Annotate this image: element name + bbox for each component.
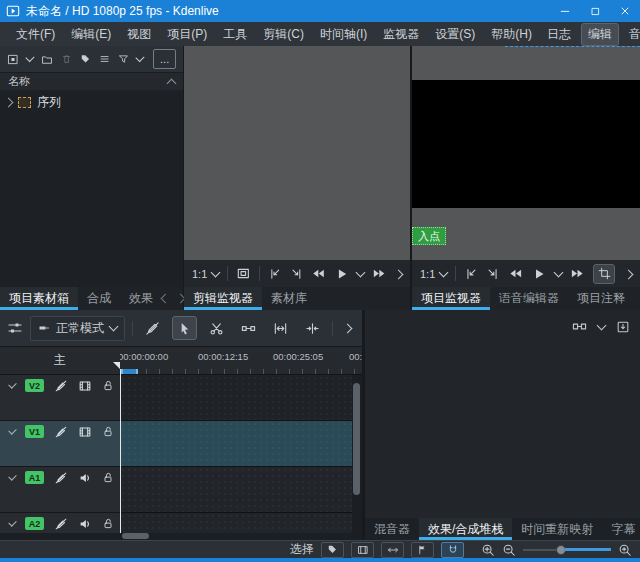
show-tags-button[interactable]: [321, 542, 344, 558]
save-effect-stack-icon[interactable]: [616, 320, 630, 334]
timeline-ruler[interactable]: 00:00:00:00 00:00:12:15 00:00:25:05 00:0: [120, 347, 362, 375]
selection-tool-button[interactable]: [172, 316, 197, 340]
view-list-icon[interactable]: [99, 52, 110, 66]
fit-zoom-button[interactable]: [268, 316, 293, 340]
collapse-track-icon[interactable]: [8, 518, 16, 526]
collapse-tracks-button[interactable]: [300, 316, 325, 340]
minimize-button[interactable]: [550, 0, 580, 22]
menu-file[interactable]: 文件(F): [8, 23, 63, 46]
workspace-tab-editing[interactable]: 编辑: [581, 23, 619, 46]
track-badge[interactable]: V2: [25, 379, 44, 392]
menu-edit[interactable]: 编辑(E): [63, 23, 119, 46]
tab-speech-editor[interactable]: 语音编辑器: [490, 287, 568, 310]
expand-icon[interactable]: [4, 98, 14, 108]
track-effects-icon[interactable]: [54, 517, 68, 531]
maximize-button[interactable]: [580, 0, 610, 22]
track-effects-icon[interactable]: [54, 471, 68, 485]
razor-tool-button[interactable]: [204, 316, 229, 340]
zone-crop-toggle[interactable]: [593, 264, 615, 284]
fast-forward-icon[interactable]: [570, 266, 585, 281]
bin-item-sequence[interactable]: 序列: [0, 90, 183, 115]
workspace-tab-audio[interactable]: 音频: [622, 23, 640, 46]
track-lane-a2[interactable]: [120, 513, 352, 533]
menu-monitor[interactable]: 监视器: [375, 23, 427, 46]
play-icon[interactable]: [531, 266, 547, 282]
rewind-icon[interactable]: [311, 266, 326, 281]
lock-track-icon[interactable]: [102, 425, 114, 438]
play-options-icon[interactable]: [554, 267, 564, 277]
tab-effects[interactable]: 效果: [120, 287, 162, 310]
mix-clips-button[interactable]: [140, 316, 165, 340]
zoom-out-button[interactable]: [502, 543, 516, 557]
timeline-horizontal-scrollbar[interactable]: [122, 533, 149, 539]
set-out-point-icon[interactable]: [486, 267, 500, 281]
track-lane-v2[interactable]: [120, 375, 352, 421]
mute-track-icon[interactable]: [78, 517, 92, 531]
fast-forward-icon[interactable]: [372, 266, 387, 281]
delete-icon[interactable]: [61, 52, 72, 66]
tab-compositions[interactable]: 合成: [78, 287, 120, 310]
lock-track-icon[interactable]: [102, 517, 114, 530]
filter-icon[interactable]: [118, 52, 129, 66]
collapse-track-icon[interactable]: [8, 380, 16, 388]
tab-clip-monitor[interactable]: 剪辑监视器: [184, 287, 262, 310]
tag-icon[interactable]: [80, 52, 91, 66]
edit-mode-select[interactable]: 正常模式: [30, 316, 125, 341]
tab-time-remap[interactable]: 时间重新映射: [512, 518, 602, 540]
menu-settings[interactable]: 设置(S): [427, 23, 483, 46]
mute-track-icon[interactable]: [78, 471, 92, 485]
menu-view[interactable]: 视图: [119, 23, 159, 46]
set-in-point-icon[interactable]: [268, 267, 282, 281]
transport-overflow[interactable]: [625, 267, 632, 281]
zoom-slider[interactable]: [523, 544, 611, 556]
bin-name-header[interactable]: 名称: [0, 73, 183, 91]
playhead-flag[interactable]: [113, 362, 120, 369]
track-header-a1[interactable]: A1: [0, 467, 120, 513]
track-header-v1[interactable]: V1: [0, 421, 120, 467]
play-icon[interactable]: [334, 266, 350, 282]
tab-project-bin[interactable]: 项目素材箱: [0, 287, 78, 310]
tab-project-monitor[interactable]: 项目监视器: [412, 287, 490, 310]
transport-overflow[interactable]: [395, 267, 402, 281]
bin-overflow-button[interactable]: ...: [153, 49, 176, 69]
tab-subtitles[interactable]: 字幕: [602, 518, 640, 540]
timeline-zone-bar[interactable]: [121, 369, 138, 374]
track-header-a2[interactable]: A2: [0, 513, 120, 533]
show-markers-button[interactable]: [411, 542, 434, 558]
track-effects-icon[interactable]: [54, 379, 68, 393]
set-out-point-icon[interactable]: [290, 267, 304, 281]
track-lane-v1[interactable]: [120, 421, 352, 467]
menu-timeline[interactable]: 时间轴(I): [312, 23, 375, 46]
snap-toggle-button[interactable]: [441, 542, 464, 558]
track-badge[interactable]: A2: [25, 517, 44, 530]
menu-help[interactable]: 帮助(H): [483, 23, 540, 46]
menu-clip[interactable]: 剪辑(C): [255, 23, 312, 46]
collapse-track-icon[interactable]: [8, 426, 16, 434]
fit-zoom-button[interactable]: [381, 542, 404, 558]
filter-dropdown-icon[interactable]: [136, 53, 145, 62]
track-badge[interactable]: V1: [25, 425, 44, 438]
rewind-icon[interactable]: [508, 266, 523, 281]
workspace-tab-logging[interactable]: 日志: [540, 23, 578, 46]
add-clip-dropdown-icon[interactable]: [25, 53, 34, 62]
sort-ascending-icon[interactable]: [167, 78, 177, 88]
tab-library[interactable]: 素材库: [262, 287, 316, 310]
track-lane-a1[interactable]: [120, 467, 352, 513]
timeline-settings-icon[interactable]: [7, 320, 23, 336]
zoom-in-button[interactable]: [618, 543, 632, 557]
menu-project[interactable]: 项目(P): [159, 23, 215, 46]
track-effects-icon[interactable]: [54, 425, 68, 439]
tab-project-notes[interactable]: 项目注释: [568, 287, 634, 310]
clip-monitor-zoom-select[interactable]: 1:1: [192, 268, 219, 280]
timeline-vertical-scrollbar[interactable]: [353, 383, 360, 495]
tab-effect-stack[interactable]: 效果/合成堆栈: [419, 518, 512, 540]
zone-mode-icon[interactable]: [236, 266, 251, 281]
create-folder-icon[interactable]: [41, 52, 53, 67]
add-clip-icon[interactable]: [7, 52, 19, 67]
show-video-thumbnails-button[interactable]: [351, 542, 374, 558]
play-options-icon[interactable]: [356, 267, 366, 277]
timeline-tracks-area[interactable]: [120, 375, 352, 533]
set-in-point-icon[interactable]: [464, 267, 478, 281]
collapse-track-icon[interactable]: [8, 472, 16, 480]
track-badge[interactable]: A1: [25, 471, 44, 484]
